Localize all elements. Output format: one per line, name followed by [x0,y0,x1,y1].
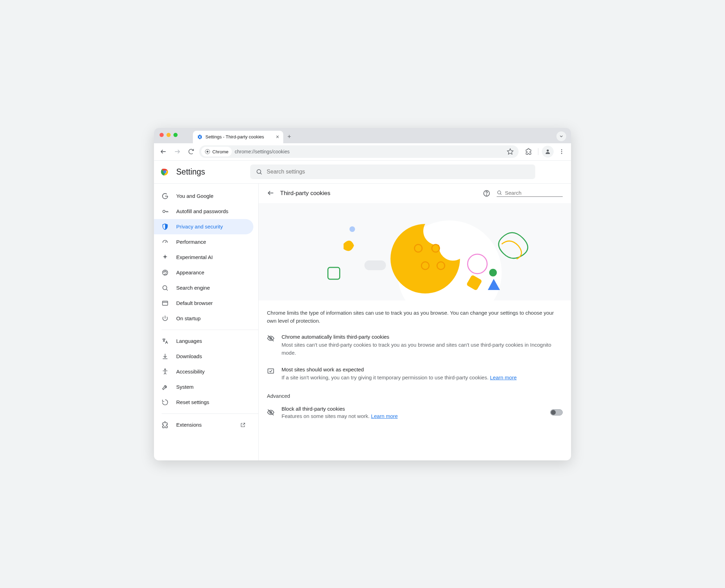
toggle-title: Block all third-party cookies [282,406,543,412]
wrench-icon [162,384,169,390]
sidebar-divider [162,413,258,414]
sidebar-item-label: Privacy and security [176,224,223,229]
sidebar-item-you-and-google[interactable]: You and Google [154,188,253,204]
svg-point-34 [486,194,487,195]
search-settings-field[interactable] [250,164,535,179]
maximize-window-button[interactable] [173,133,178,137]
new-tab-button[interactable]: + [287,133,291,143]
site-chip[interactable]: Chrome [201,147,232,156]
subpage-header: Third-party cookies [259,184,571,203]
close-window-button[interactable] [160,133,164,137]
hero-illustration [259,203,571,300]
key-icon [162,208,169,215]
search-icon [497,190,502,196]
svg-point-20 [164,272,164,272]
checkbox-checked-icon [267,367,275,382]
sidebar-item-on-startup[interactable]: On startup [154,311,253,326]
window-controls [160,133,178,137]
power-icon [162,315,169,322]
sidebar-item-label: On startup [176,315,201,321]
sidebar-item-accessibility[interactable]: Accessibility [154,364,253,379]
info-description: Most sites can't use third-party cookies… [282,341,563,357]
sidebar-item-languages[interactable]: Languages [154,333,253,349]
subpage-search-input[interactable] [505,190,563,196]
browser-toolbar: Chrome chrome://settings/cookies [154,143,571,161]
bookmark-star-icon[interactable] [507,148,514,155]
svg-point-6 [561,149,562,150]
profile-button[interactable] [542,146,554,158]
sidebar-item-label: Experimental AI [176,254,213,260]
person-icon [545,148,551,155]
arrow-left-icon [160,148,167,155]
reset-icon [162,399,169,406]
sidebar-item-reset[interactable]: Reset settings [154,395,253,410]
search-icon [256,168,262,175]
tab-title: Settings - Third-party cookies [205,134,264,139]
sidebar-item-label: System [176,384,194,390]
svg-point-23 [163,285,167,290]
sidebar-item-label: Accessibility [176,369,205,374]
sidebar-item-extensions[interactable]: Extensions [154,417,253,433]
sidebar-item-system[interactable]: System [154,379,253,395]
svg-point-14 [163,210,165,212]
back-button[interactable] [157,146,169,158]
reload-icon [188,148,194,155]
download-icon [162,353,169,360]
translate-icon [162,338,169,345]
info-description: If a site isn't working, you can try giv… [282,374,517,382]
browser-tab[interactable]: Settings - Third-party cookies × [193,131,283,143]
settings-sidebar: You and Google Autofill and passwords Pr… [154,184,258,460]
sidebar-item-label: Extensions [176,422,202,428]
forward-button[interactable] [171,146,183,158]
learn-more-link[interactable]: Learn more [371,413,398,419]
subpage-search[interactable] [497,190,563,197]
extensions-button[interactable] [523,146,535,158]
svg-line-18 [165,241,166,242]
sidebar-item-label: Appearance [176,269,204,275]
sidebar-divider [162,330,258,330]
info-auto-limit: Chrome automatically limits third-party … [259,329,571,362]
kebab-menu-icon [559,148,565,155]
sidebar-item-appearance[interactable]: Appearance [154,265,253,280]
svg-point-35 [498,191,501,194]
shield-icon [162,223,169,230]
close-tab-icon[interactable]: × [276,134,279,140]
svg-point-8 [561,153,562,154]
sidebar-item-downloads[interactable]: Downloads [154,349,253,364]
sidebar-item-default-browser[interactable]: Default browser [154,296,253,311]
arrow-right-icon [174,148,181,155]
block-all-cookies-row: Block all third-party cookies Features o… [259,401,571,424]
address-bar[interactable]: Chrome chrome://settings/cookies [199,145,519,158]
info-title: Chrome automatically limits third-party … [282,334,563,340]
visibility-off-icon [267,335,275,357]
puzzle-icon [162,421,169,428]
browser-window-icon [162,300,169,307]
svg-line-13 [260,173,262,175]
sidebar-item-performance[interactable]: Performance [154,234,253,250]
visibility-off-icon [267,409,275,416]
help-icon[interactable] [483,190,490,197]
tab-strip: Settings - Third-party cookies × + [154,128,571,143]
settings-gear-icon [197,134,203,140]
svg-point-12 [257,170,261,174]
svg-rect-25 [163,301,168,305]
svg-point-42 [350,226,355,232]
intro-text: Chrome limits the type of information si… [259,300,571,329]
sidebar-item-privacy[interactable]: Privacy and security [154,219,253,234]
minimize-window-button[interactable] [166,133,171,137]
svg-point-30 [164,369,165,370]
toolbar-divider [538,148,538,155]
tab-overflow-button[interactable] [556,131,566,141]
subpage-back-button[interactable] [267,189,275,198]
block-all-cookies-toggle[interactable] [550,409,563,416]
sidebar-item-experimental-ai[interactable]: Experimental AI [154,250,253,265]
app-menu-button[interactable] [556,146,568,158]
sidebar-item-search-engine[interactable]: Search engine [154,280,253,296]
search-settings-input[interactable] [267,169,530,175]
reload-button[interactable] [185,146,197,158]
learn-more-link[interactable]: Learn more [490,374,517,380]
svg-point-21 [165,271,165,271]
settings-app: Settings You and Google Autofill and pas… [154,161,571,460]
sidebar-item-label: Search engine [176,285,210,291]
sidebar-item-autofill[interactable]: Autofill and passwords [154,204,253,219]
